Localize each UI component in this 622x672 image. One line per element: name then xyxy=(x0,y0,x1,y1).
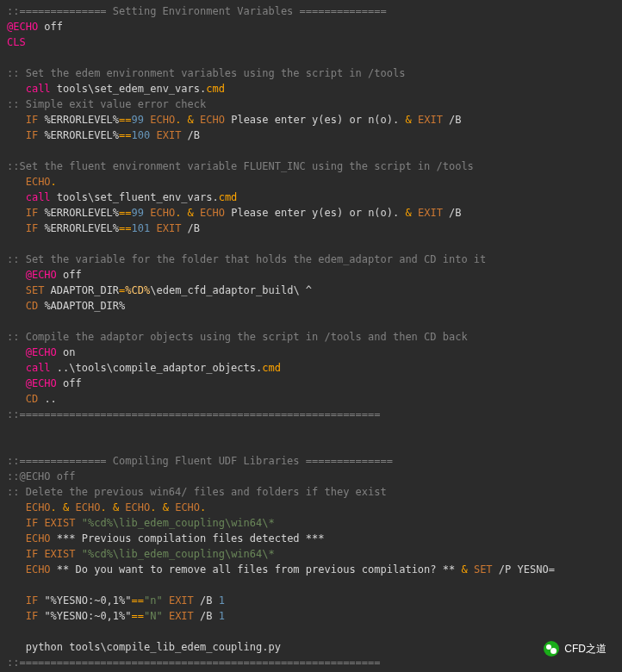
wechat-icon xyxy=(544,641,559,656)
watermark-text: CFD之道 xyxy=(564,641,606,656)
watermark: CFD之道 xyxy=(544,641,606,656)
code-block: ::============== Setting Environment Var… xyxy=(7,3,615,670)
